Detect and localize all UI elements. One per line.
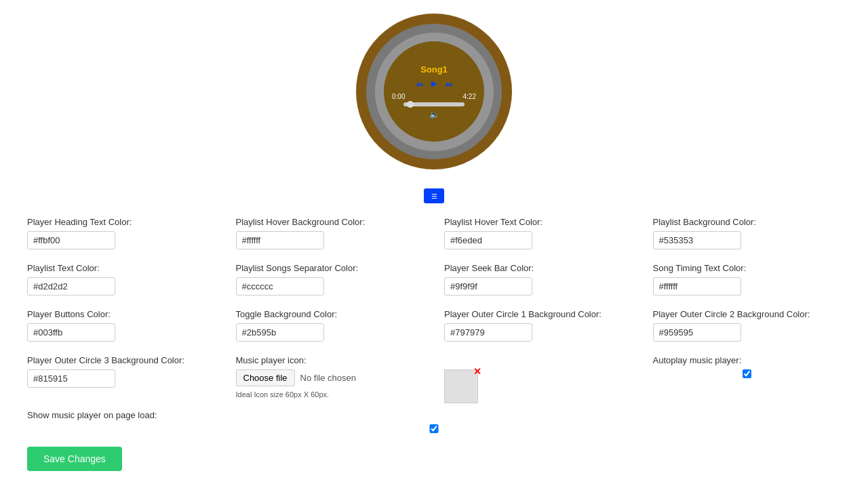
field-playlist-text-color: Playlist Text Color: (27, 263, 216, 296)
time-current: 0:00 (392, 93, 405, 100)
outer-circle-3-bg-color-input[interactable] (27, 369, 115, 388)
save-changes-button[interactable]: Save Changes (27, 447, 122, 471)
outer-circle-2-bg-color-input[interactable] (653, 323, 741, 342)
seek-bar[interactable] (403, 102, 465, 106)
choose-file-button[interactable]: Choose file (236, 369, 295, 386)
file-upload-row: Choose file No file chosen (236, 369, 425, 386)
playlist-hover-bg-color-label: Playlist Hover Background Color: (236, 217, 425, 227)
field-outer-circle-1-bg-color: Player Outer Circle 1 Background Color: (444, 309, 633, 342)
field-icon-preview: Icon ✕ (444, 355, 633, 403)
song-timing-text-color-label: Song Timing Text Color: (653, 263, 842, 273)
toggle-bg-color-label: Toggle Background Color: (236, 309, 425, 319)
show-on-page-load-checkbox[interactable] (27, 424, 841, 433)
play-button[interactable] (429, 79, 439, 89)
field-playlist-bg-color: Playlist Background Color: (653, 217, 842, 249)
outer-circle-3: Song1 0:00 4:22 🔈 (356, 14, 512, 169)
playlist-text-color-input[interactable] (27, 277, 115, 296)
field-toggle-bg-color: Toggle Background Color: (236, 309, 425, 342)
field-playlist-hover-text-color: Playlist Hover Text Color: (444, 217, 633, 249)
show-on-page-load-section: Show music player on page load: (27, 410, 841, 433)
player-seek-bar-color-input[interactable] (444, 277, 532, 296)
playlist-hover-bg-color-input[interactable] (236, 231, 324, 249)
playlist-bg-color-label: Playlist Background Color: (653, 217, 842, 227)
next-button[interactable] (443, 79, 454, 89)
autoplay-checkbox[interactable] (653, 369, 842, 378)
outer-circle-1-bg-color-label: Player Outer Circle 1 Background Color: (444, 309, 633, 319)
field-autoplay: Autoplay music player: (653, 355, 842, 403)
inner-player: Song1 0:00 4:22 🔈 (384, 41, 484, 142)
field-playlist-songs-separator-color: Playlist Songs Separator Color: (236, 263, 425, 296)
field-music-player-icon: Music player icon: Choose file No file c… (236, 355, 425, 403)
time-total: 4:22 (463, 93, 476, 100)
player-controls[interactable] (414, 79, 454, 89)
outer-circle-3-bg-color-label: Player Outer Circle 3 Background Color: (27, 355, 216, 365)
playlist-bg-color-input[interactable] (653, 231, 741, 249)
player-buttons-color-input[interactable] (27, 323, 115, 342)
icon-preview-box: ✕ (444, 369, 478, 403)
playlist-songs-separator-color-input[interactable] (236, 277, 324, 296)
ideal-size-text: Ideal Icon size 60px X 60px. (236, 390, 425, 399)
song-title: Song1 (420, 64, 448, 75)
playlist-text-color-label: Playlist Text Color: (27, 263, 216, 273)
playlist-songs-separator-color-label: Playlist Songs Separator Color: (236, 263, 425, 273)
player-heading-text-color-input[interactable] (27, 231, 115, 249)
show-on-page-load-label: Show music player on page load: (27, 410, 841, 420)
field-player-heading-text-color: Player Heading Text Color: (27, 217, 216, 249)
volume-icon[interactable]: 🔈 (429, 110, 439, 119)
settings-row-3: Player Buttons Color: Toggle Background … (27, 309, 841, 342)
music-player-icon-label: Music player icon: (236, 355, 425, 365)
field-player-buttons-color: Player Buttons Color: (27, 309, 216, 342)
player-preview: Song1 0:00 4:22 🔈 (27, 14, 841, 169)
playlist-toggle-button[interactable]: ☰ (424, 188, 444, 203)
field-player-seek-bar-color: Player Seek Bar Color: (444, 263, 633, 296)
field-outer-circle-3-bg-color: Player Outer Circle 3 Background Color: (27, 355, 216, 403)
settings-row-4: Player Outer Circle 3 Background Color: … (27, 355, 841, 403)
playlist-hover-text-color-label: Playlist Hover Text Color: (444, 217, 633, 227)
icon-remove-button[interactable]: ✕ (473, 366, 481, 377)
file-name-text: No file chosen (300, 373, 356, 383)
outer-circle-2: Song1 0:00 4:22 🔈 (375, 33, 494, 151)
player-buttons-color-label: Player Buttons Color: (27, 309, 216, 319)
song-timing-text-color-input[interactable] (653, 277, 741, 296)
autoplay-label: Autoplay music player: (653, 355, 842, 365)
field-song-timing-text-color: Song Timing Text Color: (653, 263, 842, 296)
outer-circle-1-bg-color-input[interactable] (444, 323, 532, 342)
player-heading-text-color-label: Player Heading Text Color: (27, 217, 216, 227)
field-outer-circle-2-bg-color: Player Outer Circle 2 Background Color: (653, 309, 842, 342)
playlist-hover-text-color-input[interactable] (444, 231, 532, 249)
settings-row-2: Playlist Text Color: Playlist Songs Sepa… (27, 263, 841, 296)
outer-circle-2-bg-color-label: Player Outer Circle 2 Background Color: (653, 309, 842, 319)
settings-row-1: Player Heading Text Color: Playlist Hove… (27, 217, 841, 249)
outer-circle-1: Song1 0:00 4:22 🔈 (366, 24, 502, 159)
player-seek-bar-color-label: Player Seek Bar Color: (444, 263, 633, 273)
toggle-bg-color-input[interactable] (236, 323, 324, 342)
icon-preview-wrapper: ✕ (444, 369, 633, 403)
time-row: 0:00 4:22 (389, 93, 479, 100)
prev-button[interactable] (414, 79, 425, 89)
field-playlist-hover-bg-color: Playlist Hover Background Color: (236, 217, 425, 249)
